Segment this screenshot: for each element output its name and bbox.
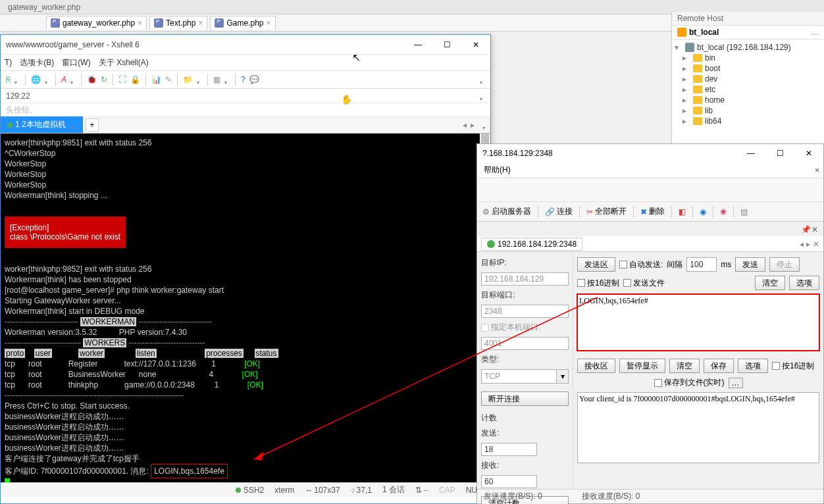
pin-icon[interactable]: 📌 (801, 225, 809, 233)
send-file-check[interactable]: 发送文件 (623, 278, 665, 289)
close-icon[interactable]: ✕ (811, 225, 819, 233)
fullscreen-icon[interactable]: ⛶ (118, 75, 126, 84)
socket-titlebar[interactable]: ?.168.184.129:2348 — ☐ ✕ (477, 144, 823, 163)
folder-icon[interactable]: 📁 (183, 75, 193, 84)
menu-item[interactable]: 关于 Xshell(A) (99, 57, 149, 68)
session-tab-active[interactable]: 1 2本地虚拟机 (1, 116, 83, 133)
tab-list-icon[interactable] (482, 122, 488, 128)
expand-icon[interactable]: ▸ (682, 85, 690, 94)
interval-field[interactable] (686, 257, 717, 272)
edit-icon[interactable]: ✎ (165, 75, 172, 84)
expand-icon[interactable]: ▸ (682, 106, 690, 115)
maximize-button[interactable]: ☐ (771, 147, 789, 160)
start-server-button[interactable]: ⚙启动服务器 (482, 206, 531, 217)
menu-item[interactable]: 选项卡(B) (20, 57, 54, 68)
collapse-icon[interactable]: ▾ (675, 43, 682, 52)
comment-icon[interactable]: 💬 (249, 75, 259, 84)
tab-next-icon[interactable]: ▸ (806, 239, 810, 249)
menu-help[interactable]: 帮助(H) (484, 164, 511, 176)
terminal[interactable]: worker[thinkphp:9851] exit with status 2… (1, 134, 490, 482)
font-icon[interactable]: A (61, 75, 66, 84)
ide-tab-label: Text.php (166, 18, 195, 28)
close-icon[interactable]: × (198, 18, 203, 28)
pause-button[interactable]: 暂停显示 (619, 359, 665, 373)
save-button[interactable]: 保存 (704, 359, 734, 373)
lock-icon[interactable]: 🔒 (130, 75, 140, 84)
ide-top-tab[interactable]: gateway_worker.php (3, 1, 86, 13)
disconnect-all-button[interactable]: ✂全部断开 (586, 206, 627, 217)
close-icon[interactable]: ✕ (813, 239, 819, 249)
options-button[interactable]: 选项 (789, 276, 819, 290)
chart-icon[interactable]: 📊 (151, 75, 161, 84)
expand-icon[interactable]: ▸ (682, 53, 690, 63)
ide-tab-game[interactable]: Game.php × (210, 16, 275, 30)
tree-folder[interactable]: ▸home (682, 95, 821, 105)
add-tab-button[interactable]: + (86, 118, 99, 132)
hex-recv-check[interactable]: 按16进制 (772, 361, 814, 372)
tool-icon[interactable]: ❀ (720, 207, 727, 216)
clear-send-button[interactable]: 清空 (755, 276, 785, 290)
tool-icon[interactable]: ◧ (679, 207, 686, 216)
tree-folder[interactable]: ▸etc (682, 84, 821, 95)
socket-statusbar: 发送速度(B/S): 0 接收速度(B/S): 0 (477, 489, 823, 503)
close-button[interactable]: ✕ (467, 38, 485, 51)
tool-icon[interactable]: ◉ (700, 207, 706, 216)
tab-dropdown-icon[interactable] (71, 122, 76, 128)
recv-textarea[interactable]: Your client_id is 7f00000107d000000001#b… (577, 392, 819, 463)
auto-send-check[interactable]: 自动发送: (619, 259, 663, 270)
target-ip-label: 目标IP: (481, 257, 569, 268)
close-button[interactable]: ✕ (800, 147, 818, 160)
menu-item[interactable]: T) (5, 58, 12, 67)
recv-header-row2: 保存到文件(实时) … (577, 377, 819, 388)
disconnect-button[interactable]: 断开连接 (481, 391, 569, 406)
new-session-icon[interactable]: ⎘ (6, 75, 11, 84)
xshell-titlebar[interactable]: www/wwwroot/game_server - Xshell 6 — ☐ ✕ (1, 35, 490, 55)
send-button[interactable]: 发送 (735, 257, 765, 272)
toolbar-overflow-icon[interactable] (480, 77, 485, 82)
clear-recv-button[interactable]: 清空 (669, 359, 700, 373)
expand-icon[interactable]: ▸ (682, 74, 690, 84)
menu-item[interactable]: 窗口(W) (62, 57, 90, 68)
tree-folder[interactable]: ▸bin (682, 53, 821, 63)
tab-prev-icon[interactable]: ◂ (463, 120, 467, 130)
recv-area-button[interactable]: 接收区 (577, 359, 615, 373)
expand-icon[interactable]: ▸ (682, 95, 690, 105)
minimize-button[interactable]: — (742, 147, 760, 160)
tree-root[interactable]: ▾ bt_local (192.168.184.129) (675, 42, 821, 53)
connection-tab[interactable]: 192.168.184.129:2348 (481, 238, 582, 251)
address-bar[interactable]: 129:22 (1, 89, 490, 103)
send-area-button[interactable]: 发送区 (577, 257, 615, 272)
save-to-file-check[interactable]: 保存到文件(实时) (654, 377, 725, 388)
send-textarea[interactable]: LOGIN,bqs,1654efe# (577, 294, 819, 351)
help-icon[interactable]: ? (241, 75, 245, 84)
tab-prev-icon[interactable]: ◂ (800, 239, 804, 249)
tree-folder[interactable]: ▸lib (682, 105, 821, 116)
tool-icon[interactable]: ▤ (740, 207, 748, 216)
ide-tab-text[interactable]: Text.php × (149, 16, 207, 30)
globe-icon[interactable]: 🌐 (31, 75, 41, 84)
hex-send-check[interactable]: 按16进制 (577, 278, 619, 289)
dropdown-icon[interactable] (480, 93, 485, 99)
xshell-menu: T) 选项卡(B) 窗口(W) 关于 Xshell(A) (1, 55, 490, 70)
ide-tab-gateway[interactable]: gateway_worker.php × (46, 16, 147, 30)
maximize-button[interactable]: ☐ (438, 38, 456, 51)
tab-next-icon[interactable]: ▸ (471, 120, 475, 130)
delete-button[interactable]: ✖删除 (640, 206, 665, 217)
recv-options-button[interactable]: 选项 (738, 359, 768, 373)
dots-icon[interactable]: … (811, 28, 819, 37)
tree-folder[interactable]: ▸boot (682, 63, 821, 74)
menu-close-icon[interactable]: × (815, 166, 819, 175)
minimize-button[interactable]: — (409, 38, 427, 51)
close-icon[interactable]: × (138, 18, 142, 28)
close-icon[interactable]: × (267, 18, 271, 28)
bug-icon[interactable]: 🐞 (87, 75, 97, 84)
expand-icon[interactable]: ▸ (682, 116, 690, 126)
layout-icon[interactable]: ▦ (213, 75, 220, 84)
expand-icon[interactable]: ▸ (682, 64, 690, 73)
ellipsis-icon[interactable]: … (729, 378, 743, 388)
connect-button[interactable]: 🔗连接 (545, 206, 573, 217)
tree-folder[interactable]: ▸lib64 (682, 116, 821, 126)
remote-host-header[interactable]: bt_local … (672, 25, 824, 39)
tree-folder[interactable]: ▸dev (682, 74, 821, 84)
refresh-icon[interactable]: ↻ (101, 75, 107, 84)
